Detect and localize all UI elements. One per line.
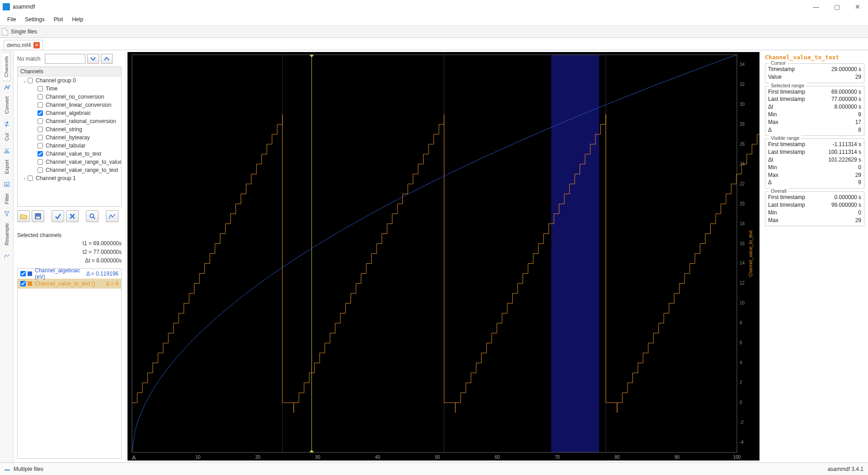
sel-row-value-to-text[interactable]: Channel_value_to_text () Δ = 8 bbox=[18, 279, 121, 289]
tree-group-1[interactable]: › Channel group 1 bbox=[18, 174, 121, 182]
tree-item-no-conversion[interactable]: Channel_no_conversion bbox=[18, 93, 121, 101]
plot-button[interactable] bbox=[106, 210, 118, 222]
file-tab-demo[interactable]: demo.mf4 ✕ bbox=[4, 40, 43, 50]
cb[interactable] bbox=[38, 119, 43, 124]
mode-toolbar: Single files bbox=[0, 25, 868, 38]
menubar: File Settings Plot Help bbox=[0, 14, 868, 25]
menu-plot[interactable]: Plot bbox=[49, 14, 68, 24]
window-title: asammdf bbox=[13, 4, 35, 10]
ov-title: Overall bbox=[769, 188, 788, 194]
svg-point-5 bbox=[90, 214, 94, 218]
plot-canvas[interactable]: -4-2024681012141618202224262830323410203… bbox=[127, 52, 760, 461]
group0-checkbox[interactable] bbox=[28, 78, 33, 83]
tree-item-time[interactable]: Time bbox=[18, 85, 121, 93]
tree-item-algebraic[interactable]: Channel_algebraic bbox=[18, 109, 121, 117]
check-all-button[interactable] bbox=[52, 210, 64, 222]
stats-title: Channel_value_to_text bbox=[765, 54, 864, 61]
side-tab-export[interactable]: Export bbox=[3, 156, 10, 178]
side-tab-channels[interactable]: Channels bbox=[3, 52, 10, 81]
svg-text:20: 20 bbox=[255, 455, 261, 460]
cb[interactable] bbox=[38, 159, 43, 165]
visible-range-section: Visible range First timestamp-1.111314 s… bbox=[765, 138, 864, 189]
menu-file[interactable]: File bbox=[3, 14, 20, 24]
lbl: Channel_value_to_text bbox=[46, 151, 101, 157]
tree-item-value-range-value[interactable]: Channel_value_range_to_value bbox=[18, 158, 121, 166]
cb[interactable] bbox=[38, 110, 43, 116]
cb[interactable] bbox=[38, 167, 43, 173]
cut-icon bbox=[3, 147, 10, 154]
side-tab-resample[interactable]: Resample bbox=[3, 219, 10, 249]
lbl: Channel_tabular bbox=[46, 142, 85, 149]
single-files-label[interactable]: Single files bbox=[11, 28, 37, 35]
side-tab-convert[interactable]: Convert bbox=[3, 93, 10, 118]
group1-checkbox[interactable] bbox=[28, 176, 33, 181]
lbl: Channel_rational_conversion bbox=[46, 118, 116, 124]
uncheck-all-button[interactable] bbox=[66, 210, 79, 222]
side-tab-filter[interactable]: Filter bbox=[3, 190, 10, 208]
v: -1.111314 s bbox=[833, 141, 861, 148]
search-input[interactable] bbox=[45, 54, 85, 64]
sel-name: Channel_value_to_text () bbox=[35, 280, 106, 287]
expand-icon[interactable]: ⌄ bbox=[22, 78, 27, 83]
tree-item-string[interactable]: Channel_string bbox=[18, 125, 121, 133]
svg-text:14: 14 bbox=[740, 261, 745, 266]
expand-icon[interactable]: › bbox=[22, 176, 27, 181]
sel-row-algebraic[interactable]: Channel_algebraic (eV) Δ = 0.119196 bbox=[18, 269, 121, 279]
svg-text:90: 90 bbox=[675, 455, 680, 460]
selected-channels-list[interactable]: Channel_algebraic (eV) Δ = 0.119196 Chan… bbox=[17, 268, 122, 459]
cb[interactable] bbox=[38, 127, 43, 132]
svg-text:28: 28 bbox=[740, 122, 745, 127]
cb[interactable] bbox=[38, 86, 43, 91]
v: 0 bbox=[858, 209, 861, 217]
menu-help[interactable]: Help bbox=[67, 14, 88, 24]
v: 101.222629 s bbox=[828, 156, 861, 164]
menu-settings[interactable]: Settings bbox=[20, 14, 49, 24]
convert-icon bbox=[3, 120, 10, 128]
svg-text:0: 0 bbox=[740, 400, 742, 405]
k: Max bbox=[768, 119, 778, 126]
tree-item-value-to-text[interactable]: Channel_value_to_text bbox=[18, 150, 121, 158]
v: 17 bbox=[855, 119, 861, 126]
search-prev-button[interactable] bbox=[101, 54, 113, 64]
sel-delta: Δ = 8 bbox=[106, 280, 118, 287]
close-button[interactable]: ✕ bbox=[847, 0, 868, 14]
tree-item-bytearray[interactable]: Channel_bytearay bbox=[18, 133, 121, 142]
k: First timestamp bbox=[768, 88, 805, 96]
cb[interactable] bbox=[38, 102, 43, 108]
k: Max bbox=[768, 171, 778, 179]
tree-item-tabular[interactable]: Channel_tabular bbox=[18, 142, 121, 150]
plot-area[interactable]: -4-2024681012141618202224262830323410203… bbox=[126, 50, 761, 462]
cb[interactable] bbox=[38, 94, 43, 100]
tree-group-0[interactable]: ⌄ Channel group 0 bbox=[18, 76, 121, 85]
color-swatch-orange bbox=[28, 281, 32, 286]
save-button[interactable] bbox=[32, 210, 44, 222]
k: Max bbox=[768, 217, 778, 224]
side-tab-cut[interactable]: Cut bbox=[3, 129, 10, 144]
status-left[interactable]: Multiple files bbox=[5, 466, 43, 472]
search-button[interactable] bbox=[86, 210, 99, 222]
tree-item-rational[interactable]: Channel_rational_conversion bbox=[18, 117, 121, 125]
tree-item-value-range-text[interactable]: Channel_value_range_to_text bbox=[18, 166, 121, 174]
close-tab-icon[interactable]: ✕ bbox=[33, 42, 40, 48]
maximize-button[interactable]: ▢ bbox=[826, 0, 847, 14]
lbl: Channel_value_range_to_text bbox=[46, 167, 118, 173]
svg-text:8: 8 bbox=[740, 320, 742, 325]
cb[interactable] bbox=[38, 151, 43, 157]
svg-text:18: 18 bbox=[740, 221, 745, 226]
lbl: Channel_linear_conversion bbox=[46, 102, 111, 108]
channels-panel: No match Channels ⌄ Channel group 0 Time… bbox=[14, 50, 126, 462]
minimize-button[interactable]: — bbox=[806, 0, 826, 14]
cb[interactable] bbox=[38, 143, 43, 148]
tree-item-linear-conversion[interactable]: Channel_linear_conversion bbox=[18, 101, 121, 109]
lbl: Channel_no_conversion bbox=[46, 94, 104, 100]
svg-rect-6 bbox=[127, 52, 760, 461]
search-next-button[interactable] bbox=[87, 54, 99, 64]
svg-text:10: 10 bbox=[195, 455, 201, 460]
open-button[interactable] bbox=[17, 210, 30, 222]
svg-text:30: 30 bbox=[315, 455, 321, 460]
sel-cb[interactable] bbox=[20, 271, 26, 276]
k: Value bbox=[768, 73, 782, 81]
channel-tree[interactable]: Channels ⌄ Channel group 0 Time Channel_… bbox=[17, 66, 122, 207]
sel-cb[interactable] bbox=[20, 281, 26, 286]
cb[interactable] bbox=[38, 135, 43, 140]
